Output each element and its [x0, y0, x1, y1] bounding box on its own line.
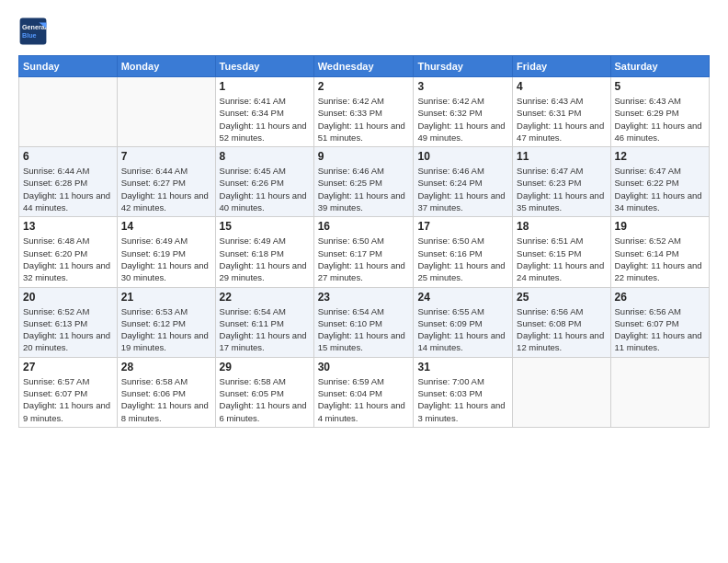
- calendar-cell: 12Sunrise: 6:47 AM Sunset: 6:22 PM Dayli…: [610, 147, 709, 217]
- day-info: Sunrise: 6:47 AM Sunset: 6:22 PM Dayligh…: [615, 165, 705, 213]
- day-info: Sunrise: 6:56 AM Sunset: 6:07 PM Dayligh…: [615, 305, 705, 354]
- day-info: Sunrise: 6:58 AM Sunset: 6:05 PM Dayligh…: [220, 375, 310, 424]
- logo-icon: General Blue: [18, 17, 48, 46]
- day-number: 22: [220, 291, 310, 304]
- day-number: 3: [417, 80, 508, 93]
- day-number: 10: [417, 150, 508, 163]
- day-number: 14: [121, 220, 211, 233]
- day-info: Sunrise: 6:54 AM Sunset: 6:10 PM Dayligh…: [318, 305, 410, 354]
- calendar-cell: 27Sunrise: 6:57 AM Sunset: 6:07 PM Dayli…: [19, 357, 118, 427]
- day-info: Sunrise: 6:52 AM Sunset: 6:14 PM Dayligh…: [615, 235, 705, 283]
- calendar-cell: 30Sunrise: 6:59 AM Sunset: 6:04 PM Dayli…: [313, 357, 414, 427]
- day-number: 26: [615, 291, 705, 304]
- calendar-cell: 19Sunrise: 6:52 AM Sunset: 6:14 PM Dayli…: [610, 217, 709, 287]
- calendar-cell: 1Sunrise: 6:41 AM Sunset: 6:34 PM Daylig…: [215, 77, 313, 147]
- calendar-cell: 18Sunrise: 6:51 AM Sunset: 6:15 PM Dayli…: [513, 217, 610, 287]
- calendar-cell: 17Sunrise: 6:50 AM Sunset: 6:16 PM Dayli…: [414, 217, 513, 287]
- calendar-cell: 2Sunrise: 6:42 AM Sunset: 6:33 PM Daylig…: [313, 77, 414, 147]
- header: General Blue: [18, 17, 710, 46]
- weekday-header-row: SundayMondayTuesdayWednesdayThursdayFrid…: [19, 56, 710, 77]
- day-number: 19: [615, 220, 705, 233]
- logo: General Blue: [18, 17, 51, 46]
- day-info: Sunrise: 6:41 AM Sunset: 6:34 PM Dayligh…: [220, 95, 310, 144]
- svg-text:Blue: Blue: [22, 31, 37, 40]
- day-info: Sunrise: 6:42 AM Sunset: 6:33 PM Dayligh…: [318, 95, 410, 144]
- day-number: 6: [23, 150, 113, 163]
- day-number: 5: [615, 80, 705, 93]
- calendar-cell: 25Sunrise: 6:56 AM Sunset: 6:08 PM Dayli…: [513, 287, 610, 357]
- weekday-header-saturday: Saturday: [610, 56, 709, 77]
- day-number: 18: [517, 220, 606, 233]
- calendar-cell: 5Sunrise: 6:43 AM Sunset: 6:29 PM Daylig…: [610, 77, 709, 147]
- day-info: Sunrise: 6:56 AM Sunset: 6:08 PM Dayligh…: [517, 305, 606, 354]
- calendar-cell: 14Sunrise: 6:49 AM Sunset: 6:19 PM Dayli…: [117, 217, 215, 287]
- day-number: 20: [23, 291, 113, 304]
- day-info: Sunrise: 6:50 AM Sunset: 6:16 PM Dayligh…: [417, 235, 508, 283]
- day-info: Sunrise: 6:53 AM Sunset: 6:12 PM Dayligh…: [121, 305, 211, 354]
- day-info: Sunrise: 6:49 AM Sunset: 6:19 PM Dayligh…: [121, 235, 211, 283]
- day-info: Sunrise: 6:58 AM Sunset: 6:06 PM Dayligh…: [121, 375, 211, 424]
- calendar-cell: [117, 77, 215, 147]
- day-info: Sunrise: 7:00 AM Sunset: 6:03 PM Dayligh…: [417, 375, 508, 424]
- day-info: Sunrise: 6:44 AM Sunset: 6:27 PM Dayligh…: [121, 165, 211, 213]
- day-info: Sunrise: 6:42 AM Sunset: 6:32 PM Dayligh…: [417, 95, 508, 144]
- calendar-week-2: 6Sunrise: 6:44 AM Sunset: 6:28 PM Daylig…: [19, 147, 710, 217]
- day-info: Sunrise: 6:57 AM Sunset: 6:07 PM Dayligh…: [23, 375, 113, 424]
- calendar-cell: 13Sunrise: 6:48 AM Sunset: 6:20 PM Dayli…: [19, 217, 118, 287]
- day-number: 25: [517, 291, 606, 304]
- day-number: 4: [517, 80, 606, 93]
- day-info: Sunrise: 6:43 AM Sunset: 6:31 PM Dayligh…: [517, 95, 606, 144]
- weekday-header-sunday: Sunday: [19, 56, 118, 77]
- day-info: Sunrise: 6:46 AM Sunset: 6:24 PM Dayligh…: [417, 165, 508, 213]
- day-info: Sunrise: 6:55 AM Sunset: 6:09 PM Dayligh…: [417, 305, 508, 354]
- weekday-header-thursday: Thursday: [414, 56, 513, 77]
- day-info: Sunrise: 6:44 AM Sunset: 6:28 PM Dayligh…: [23, 165, 113, 213]
- day-number: 16: [318, 220, 410, 233]
- day-number: 23: [318, 291, 410, 304]
- calendar-table: SundayMondayTuesdayWednesdayThursdayFrid…: [18, 55, 710, 428]
- calendar-cell: 9Sunrise: 6:46 AM Sunset: 6:25 PM Daylig…: [313, 147, 414, 217]
- calendar-cell: 16Sunrise: 6:50 AM Sunset: 6:17 PM Dayli…: [313, 217, 414, 287]
- calendar-cell: 29Sunrise: 6:58 AM Sunset: 6:05 PM Dayli…: [215, 357, 313, 427]
- calendar-cell: 23Sunrise: 6:54 AM Sunset: 6:10 PM Dayli…: [313, 287, 414, 357]
- day-number: 9: [318, 150, 410, 163]
- day-number: 2: [318, 80, 410, 93]
- day-number: 31: [417, 361, 508, 373]
- day-number: 11: [517, 150, 606, 163]
- calendar-cell: 31Sunrise: 7:00 AM Sunset: 6:03 PM Dayli…: [414, 357, 513, 427]
- calendar-cell: 11Sunrise: 6:47 AM Sunset: 6:23 PM Dayli…: [513, 147, 610, 217]
- day-info: Sunrise: 6:59 AM Sunset: 6:04 PM Dayligh…: [318, 375, 410, 424]
- calendar-cell: 15Sunrise: 6:49 AM Sunset: 6:18 PM Dayli…: [215, 217, 313, 287]
- day-number: 29: [220, 361, 310, 373]
- day-number: 30: [318, 361, 410, 373]
- calendar-cell: 3Sunrise: 6:42 AM Sunset: 6:32 PM Daylig…: [414, 77, 513, 147]
- calendar-cell: 10Sunrise: 6:46 AM Sunset: 6:24 PM Dayli…: [414, 147, 513, 217]
- day-info: Sunrise: 6:43 AM Sunset: 6:29 PM Dayligh…: [615, 95, 705, 144]
- calendar-cell: 26Sunrise: 6:56 AM Sunset: 6:07 PM Dayli…: [610, 287, 709, 357]
- day-number: 8: [220, 150, 310, 163]
- calendar-cell: 21Sunrise: 6:53 AM Sunset: 6:12 PM Dayli…: [117, 287, 215, 357]
- day-info: Sunrise: 6:54 AM Sunset: 6:11 PM Dayligh…: [220, 305, 310, 354]
- calendar-page: General Blue SundayMondayTuesdayWednesda…: [0, 0, 728, 563]
- day-number: 21: [121, 291, 211, 304]
- calendar-cell: 7Sunrise: 6:44 AM Sunset: 6:27 PM Daylig…: [117, 147, 215, 217]
- calendar-cell: 22Sunrise: 6:54 AM Sunset: 6:11 PM Dayli…: [215, 287, 313, 357]
- calendar-cell: 4Sunrise: 6:43 AM Sunset: 6:31 PM Daylig…: [513, 77, 610, 147]
- day-number: 7: [121, 150, 211, 163]
- weekday-header-tuesday: Tuesday: [215, 56, 313, 77]
- calendar-week-4: 20Sunrise: 6:52 AM Sunset: 6:13 PM Dayli…: [19, 287, 710, 357]
- day-info: Sunrise: 6:51 AM Sunset: 6:15 PM Dayligh…: [517, 235, 606, 283]
- day-number: 1: [220, 80, 310, 93]
- day-number: 24: [417, 291, 508, 304]
- calendar-cell: 6Sunrise: 6:44 AM Sunset: 6:28 PM Daylig…: [19, 147, 118, 217]
- day-number: 28: [121, 361, 211, 373]
- weekday-header-monday: Monday: [117, 56, 215, 77]
- calendar-cell: 20Sunrise: 6:52 AM Sunset: 6:13 PM Dayli…: [19, 287, 118, 357]
- day-info: Sunrise: 6:49 AM Sunset: 6:18 PM Dayligh…: [220, 235, 310, 283]
- day-info: Sunrise: 6:47 AM Sunset: 6:23 PM Dayligh…: [517, 165, 606, 213]
- weekday-header-friday: Friday: [513, 56, 610, 77]
- day-info: Sunrise: 6:48 AM Sunset: 6:20 PM Dayligh…: [23, 235, 113, 283]
- day-info: Sunrise: 6:50 AM Sunset: 6:17 PM Dayligh…: [318, 235, 410, 283]
- day-number: 17: [417, 220, 508, 233]
- calendar-week-1: 1Sunrise: 6:41 AM Sunset: 6:34 PM Daylig…: [19, 77, 710, 147]
